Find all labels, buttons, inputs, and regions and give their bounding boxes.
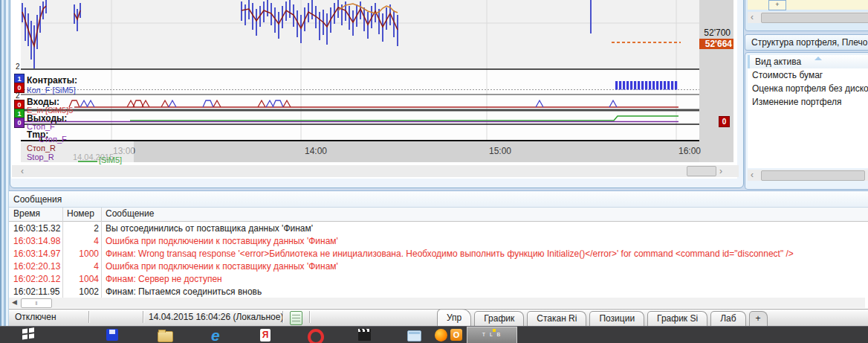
entries-section[interactable] (21, 94, 699, 110)
messages-hscrollbar[interactable]: ◀ ‖ (9, 298, 865, 308)
current-price-badge: 52'664 (699, 39, 733, 49)
legend-tmp-series: Стоп_F (39, 135, 67, 144)
message-cell: 1004 (62, 273, 99, 286)
portfolio-column-header[interactable]: Вид актива (748, 55, 868, 69)
scroll-left-icon[interactable]: ‹ (751, 12, 754, 22)
message-row[interactable]: 16:02:20.134Ошибка при подключении к пос… (9, 260, 868, 273)
portfolio-row[interactable]: Стоимость бумаг (748, 68, 868, 82)
floppy-app-icon[interactable] (106, 329, 118, 341)
message-cell: 1000 (62, 248, 99, 260)
message-cell: Ошибка при подключении к поставщику данн… (106, 235, 338, 248)
legend-stop-r: Стоп_R (27, 144, 56, 153)
legend-stop-r2: Stop_R (27, 153, 54, 161)
clock-datetime: 14.04.2015 16:04:26 (Локальное) (149, 312, 283, 322)
message-row[interactable]: 16:02:11.951002Финам: Пытаемся соединить… (9, 286, 868, 298)
message-cell: 16:03:14.97 (13, 248, 60, 260)
message-row[interactable]: 16:03:14.984Ошибка при подключении к пос… (9, 235, 868, 248)
time-label: 15:00 (489, 146, 511, 156)
tab-add-button[interactable]: + (749, 311, 768, 326)
time-label: 16:00 (678, 146, 701, 156)
outlook-icon[interactable]: O (450, 329, 462, 341)
legend-contracts: Контракты: (27, 75, 77, 86)
messages-tbody: 16:03:15.322Вы отсоединились от поставщи… (9, 222, 868, 298)
side-top-cell[interactable]: + (768, 0, 786, 10)
portfolio-column-label: Вид актива (748, 57, 801, 67)
chart-hscrollbar[interactable]: ‹ › (12, 165, 739, 177)
opera-icon[interactable] (308, 329, 324, 343)
message-row[interactable]: 16:03:14.971000Финам: Wrong transaq resp… (9, 248, 868, 260)
tab-grafik[interactable]: График (474, 311, 524, 326)
statusbar-separator (143, 311, 143, 323)
series-value-badge: 0 (14, 118, 25, 128)
side-top-hscrollbar[interactable]: ‹ (748, 12, 868, 23)
message-cell: 2 (62, 222, 99, 235)
internet-explorer-icon[interactable]: e (211, 329, 220, 342)
tab-grafik-si[interactable]: График Si (647, 311, 707, 326)
log-notebook-icon[interactable] (290, 311, 302, 325)
selection-strip (748, 55, 750, 68)
exit-value-badge: 0 (719, 116, 730, 127)
col-header-time[interactable]: Время (13, 208, 40, 219)
firefox-icon[interactable] (435, 329, 447, 342)
contracts-section[interactable] (21, 69, 699, 94)
message-cell: 16:02:20.12 (13, 273, 60, 286)
message-cell: 4 (62, 260, 99, 273)
sort-asc-icon[interactable] (814, 57, 822, 60)
message-cell: 16:03:15.32 (13, 222, 60, 235)
scrollbar-thumb[interactable] (761, 170, 865, 181)
message-cell: 1002 (62, 286, 99, 298)
col-header-text[interactable]: Сообщение (106, 208, 154, 219)
scale-value: 2 (16, 62, 20, 71)
message-cell: Ошибка при подключении к поставщику данн… (106, 260, 338, 273)
messages-title: Сообщения (9, 192, 868, 208)
messages-header-row[interactable]: Время Номер Сообщение (9, 208, 868, 222)
green-line-fragment (78, 161, 97, 162)
message-cell: Вы отсоединились от поставщика данных 'Ф… (106, 222, 313, 235)
media-app-icon[interactable] (358, 332, 371, 341)
col-header-num[interactable]: Номер (67, 208, 94, 219)
portfolio-row[interactable]: Оценка портфеля без диско (748, 82, 868, 95)
message-cell: 4 (62, 235, 99, 248)
portfolio-hscrollbar[interactable]: ‹ (748, 170, 868, 181)
message-cell: 16:02:11.95 (13, 286, 60, 298)
statusbar-separator (309, 311, 310, 323)
price-label-upper: 52'700 (699, 28, 731, 38)
message-row[interactable]: 16:02:20.121004Финам: Сервер не доступен (9, 273, 868, 286)
price-axis[interactable] (699, 0, 733, 162)
price-chart-area[interactable] (21, 0, 699, 69)
display-app-icon[interactable] (407, 330, 421, 342)
message-cell: 16:02:20.13 (13, 260, 60, 273)
message-cell: 16:03:14.98 (13, 235, 60, 248)
scrollbar-thumb[interactable]: ‖ (21, 298, 52, 308)
windows-taskbar: e Я O T L B (0, 326, 868, 343)
tslab-logo-text: T L B (467, 332, 516, 337)
connection-status: Отключен (15, 312, 56, 322)
legend-green-fragment: [SiM5] (99, 156, 122, 164)
tab-pozicii[interactable]: Позиции (589, 311, 644, 326)
tslab-taskbar-button[interactable]: T L B (467, 327, 517, 343)
portfolio-row[interactable]: Изменение портфеля (748, 95, 868, 109)
file-explorer-icon[interactable] (158, 331, 173, 342)
exits-section[interactable] (21, 110, 699, 124)
tmp-section[interactable] (21, 124, 699, 141)
tab-upr[interactable]: Упр (437, 309, 471, 326)
workspace-tabs: Упр График Стакан Ri Позиции График Si Л… (437, 309, 768, 326)
message-cell: Финам: Сервер не доступен (106, 273, 222, 286)
scroll-left-icon[interactable]: ◀ (12, 298, 17, 307)
scroll-left-icon[interactable]: ‹ (751, 170, 754, 180)
application-window: 13:00 14:00 15:00 16:00 52'700 52'664 0 … (0, 0, 868, 343)
yandex-browser-icon[interactable]: Я (260, 329, 271, 342)
time-label: 14:00 (305, 146, 327, 156)
windows-start-icon[interactable] (22, 329, 27, 334)
portfolio-panel-header[interactable]: Структура портфеля, Плечо с (745, 34, 868, 51)
scroll-left-icon[interactable]: ‹ (21, 166, 24, 176)
legend-contracts-series: Кол_F [SiM5] (27, 86, 76, 94)
scrollbar-thumb[interactable] (761, 13, 868, 23)
tab-lab[interactable]: Лаб (710, 311, 745, 326)
scrollbar-thumb[interactable] (687, 166, 716, 176)
message-cell: Финам: Wrong transaq response '<error>Би… (106, 248, 794, 260)
scroll-right-icon[interactable]: › (719, 166, 722, 176)
tab-stakan-ri[interactable]: Стакан Ri (527, 311, 586, 326)
statusbar-separator (282, 311, 283, 323)
message-row[interactable]: 16:03:15.322Вы отсоединились от поставщи… (9, 222, 868, 235)
